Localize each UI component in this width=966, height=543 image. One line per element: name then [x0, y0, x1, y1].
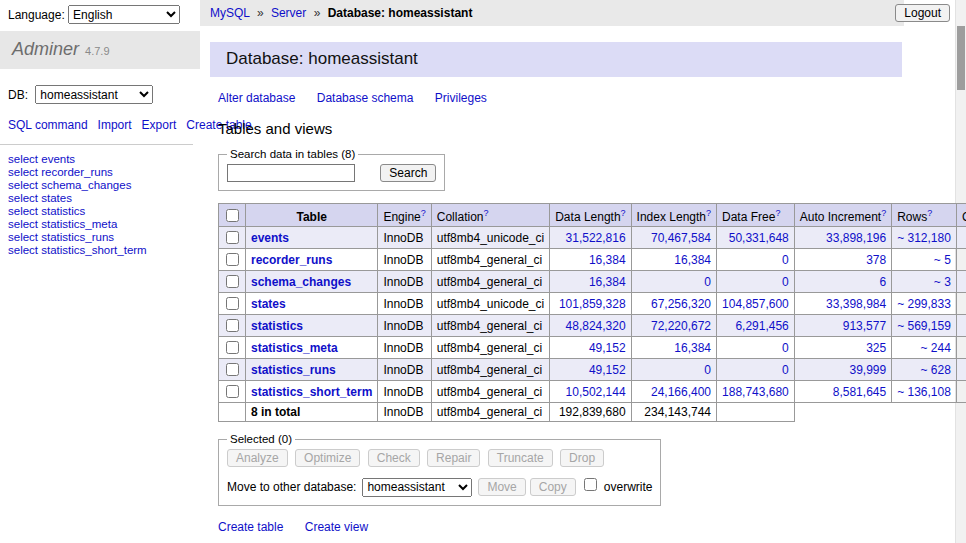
- index-length-link[interactable]: 16,384: [674, 253, 711, 267]
- rows-link[interactable]: ~ 569,159: [897, 319, 951, 333]
- data-length-link[interactable]: 49,152: [589, 341, 626, 355]
- help-link[interactable]: ?: [927, 208, 932, 218]
- optimize-button[interactable]: Optimize: [295, 449, 360, 467]
- rows-link[interactable]: ~ 244: [921, 341, 951, 355]
- scrollbar-thumb[interactable]: [957, 26, 965, 90]
- rows-link[interactable]: ~ 299,833: [897, 297, 951, 311]
- rows-link[interactable]: ~ 5: [934, 253, 951, 267]
- auto-increment-link[interactable]: 33,898,196: [826, 231, 886, 245]
- data-free-link[interactable]: 0: [782, 341, 789, 355]
- data-free-link[interactable]: 0: [782, 275, 789, 289]
- table-link[interactable]: statistics_runs: [251, 363, 336, 377]
- data-length-link[interactable]: 16,384: [589, 253, 626, 267]
- language-select[interactable]: English: [68, 5, 180, 24]
- index-length-link[interactable]: 0: [704, 275, 711, 289]
- rows-link[interactable]: ~ 3: [934, 275, 951, 289]
- auto-increment-link[interactable]: 325: [866, 341, 886, 355]
- drop-button[interactable]: Drop: [560, 449, 604, 467]
- help-link[interactable]: ?: [483, 208, 488, 218]
- sidebar-link-export[interactable]: Export: [142, 118, 177, 132]
- help-link[interactable]: ?: [706, 208, 711, 218]
- rows-link[interactable]: ~ 628: [921, 363, 951, 377]
- data-free-link[interactable]: 50,331,648: [729, 231, 789, 245]
- data-length-link[interactable]: 31,522,816: [566, 231, 626, 245]
- repair-button[interactable]: Repair: [427, 449, 480, 467]
- auto-increment-link[interactable]: 33,398,984: [826, 297, 886, 311]
- table-link[interactable]: statistics_meta: [251, 341, 338, 355]
- row-checkbox[interactable]: [226, 341, 239, 354]
- auto-increment-link[interactable]: 6: [879, 275, 886, 289]
- rows-link[interactable]: ~ 136,108: [897, 385, 951, 399]
- breadcrumb-mysql-link[interactable]: MySQL: [210, 6, 250, 20]
- copy-button[interactable]: Copy: [530, 478, 576, 496]
- help-link[interactable]: ?: [881, 208, 886, 218]
- auto-increment-link[interactable]: 39,999: [849, 363, 886, 377]
- sidebar-item-select-schema-changes[interactable]: select schema_changes: [8, 179, 193, 192]
- truncate-button[interactable]: Truncate: [488, 449, 553, 467]
- overwrite-checkbox[interactable]: [584, 478, 597, 491]
- help-link[interactable]: ?: [775, 208, 780, 218]
- sidebar-item-select-states[interactable]: select states: [8, 192, 193, 205]
- search-button[interactable]: Search: [380, 164, 436, 182]
- sidebar-item-select-statistics-meta[interactable]: select statistics_meta: [8, 218, 193, 231]
- data-length-link[interactable]: 101,859,328: [559, 297, 626, 311]
- help-link[interactable]: ?: [421, 208, 426, 218]
- data-free-link[interactable]: 6,291,456: [735, 319, 788, 333]
- sidebar-item-select-recorder-runs[interactable]: select recorder_runs: [8, 166, 193, 179]
- table-link[interactable]: events: [251, 231, 289, 245]
- create-view-link[interactable]: Create view: [305, 520, 368, 534]
- row-checkbox[interactable]: [226, 275, 239, 288]
- index-length-link[interactable]: 72,220,672: [651, 319, 711, 333]
- move-button[interactable]: Move: [478, 478, 525, 496]
- rows-link[interactable]: ~ 312,180: [897, 231, 951, 245]
- sidebar-link-import[interactable]: Import: [98, 118, 132, 132]
- database-schema-link[interactable]: Database schema: [317, 91, 414, 105]
- sidebar-item-select-events[interactable]: select events: [8, 153, 193, 166]
- row-checkbox[interactable]: [226, 231, 239, 244]
- analyze-button[interactable]: Analyze: [227, 449, 288, 467]
- sidebar-item-select-statistics-runs[interactable]: select statistics_runs: [8, 231, 193, 244]
- row-checkbox[interactable]: [226, 253, 239, 266]
- data-length-link[interactable]: 16,384: [589, 275, 626, 289]
- data-length-link[interactable]: 48,824,320: [566, 319, 626, 333]
- breadcrumb-server-link[interactable]: Server: [271, 6, 306, 20]
- index-length-link[interactable]: 70,467,584: [651, 231, 711, 245]
- logout-button[interactable]: Logout: [895, 4, 950, 22]
- adminer-logo-link[interactable]: Adminer: [12, 39, 79, 59]
- create-table-link[interactable]: Create table: [218, 520, 283, 534]
- sidebar-item-select-statistics[interactable]: select statistics: [8, 205, 193, 218]
- auto-increment-link[interactable]: 8,581,645: [833, 385, 886, 399]
- auto-increment-link[interactable]: 378: [866, 253, 886, 267]
- index-length-link[interactable]: 67,256,320: [651, 297, 711, 311]
- overwrite-label[interactable]: overwrite: [604, 480, 653, 494]
- help-link[interactable]: ?: [621, 208, 626, 218]
- data-length-link[interactable]: 10,502,144: [566, 385, 626, 399]
- table-link[interactable]: recorder_runs: [251, 253, 332, 267]
- table-link[interactable]: states: [251, 297, 286, 311]
- check-button[interactable]: Check: [368, 449, 420, 467]
- select-all-checkbox[interactable]: [226, 209, 239, 222]
- row-checkbox[interactable]: [226, 297, 239, 310]
- data-free-link[interactable]: 0: [782, 253, 789, 267]
- index-length-link[interactable]: 0: [704, 363, 711, 377]
- table-link[interactable]: schema_changes: [251, 275, 351, 289]
- index-length-link[interactable]: 24,166,400: [651, 385, 711, 399]
- row-checkbox[interactable]: [226, 363, 239, 376]
- data-free-link[interactable]: 0: [782, 363, 789, 377]
- data-length-link[interactable]: 49,152: [589, 363, 626, 377]
- move-database-select[interactable]: homeassistant: [362, 478, 472, 497]
- index-length-link[interactable]: 16,384: [674, 341, 711, 355]
- auto-increment-link[interactable]: 913,577: [843, 319, 886, 333]
- sidebar-link-sql-command[interactable]: SQL command: [8, 118, 88, 132]
- table-link[interactable]: statistics: [251, 319, 303, 333]
- privileges-link[interactable]: Privileges: [435, 91, 487, 105]
- db-select[interactable]: homeassistant: [35, 85, 153, 104]
- row-checkbox[interactable]: [226, 385, 239, 398]
- alter-database-link[interactable]: Alter database: [218, 91, 295, 105]
- search-input[interactable]: [227, 164, 355, 182]
- table-link[interactable]: statistics_short_term: [251, 385, 372, 399]
- sidebar-item-select-statistics-short-term[interactable]: select statistics_short_term: [8, 244, 193, 257]
- data-free-link[interactable]: 104,857,600: [722, 297, 789, 311]
- row-checkbox[interactable]: [226, 319, 239, 332]
- data-free-link[interactable]: 188,743,680: [722, 385, 789, 399]
